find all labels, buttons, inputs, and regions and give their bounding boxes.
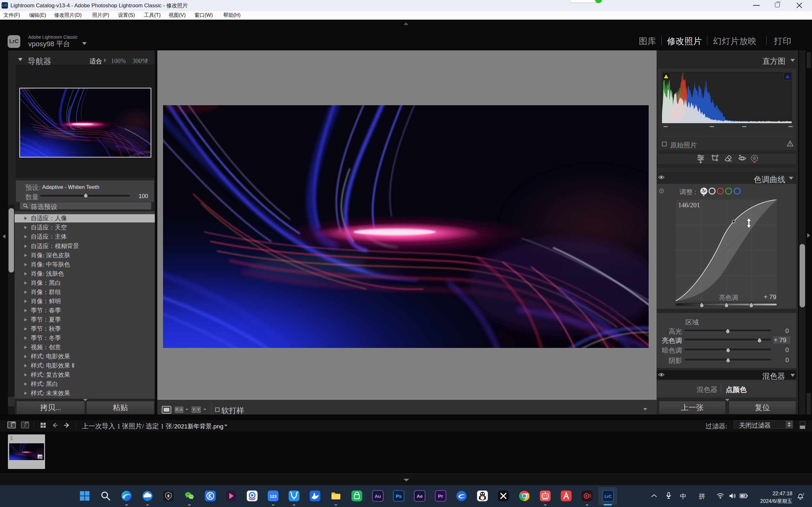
svg-text:Au: Au <box>374 493 381 499</box>
svg-text:Pr: Pr <box>438 493 443 499</box>
svg-text:Z: Z <box>803 493 804 496</box>
svg-text:123: 123 <box>270 494 276 499</box>
svg-text:LrC: LrC <box>605 494 612 499</box>
svg-text:Ae: Ae <box>416 493 422 499</box>
svg-text:Ps: Ps <box>396 493 402 499</box>
